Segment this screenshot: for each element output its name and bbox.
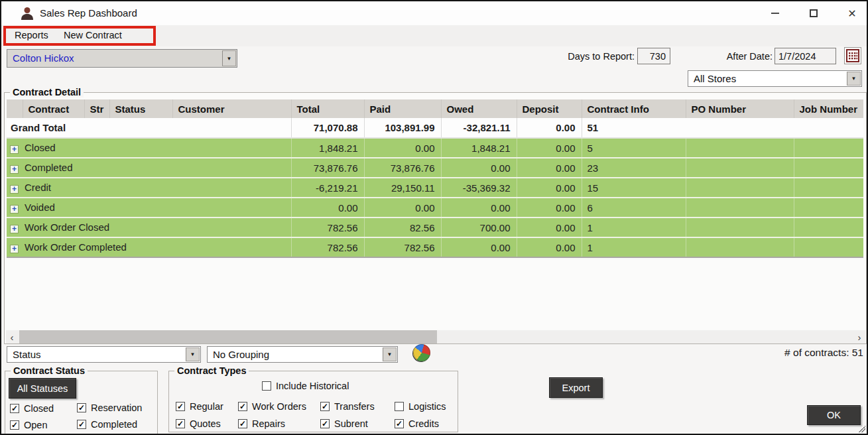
col-po-number[interactable]: PO Number <box>686 99 794 118</box>
status-group-cell[interactable]: Voided <box>7 198 291 218</box>
scroll-left-icon[interactable]: ‹ <box>6 330 18 343</box>
pie-chart-icon[interactable] <box>413 344 430 361</box>
checkbox-icon[interactable] <box>176 419 185 428</box>
chevron-down-icon[interactable]: ▼ <box>222 50 236 66</box>
checkbox-icon[interactable] <box>395 402 404 411</box>
grand-total-paid: 103,891.99 <box>364 118 441 138</box>
all-statuses-button[interactable]: All Statuses <box>9 378 76 399</box>
menu-bar: Reports New Contract <box>1 25 867 46</box>
chevron-down-icon[interactable]: ▼ <box>383 347 397 361</box>
col-job-number[interactable]: Job Number <box>794 99 863 118</box>
status-group-cell[interactable]: Work Order Completed <box>7 237 291 257</box>
col-contract[interactable]: Contract <box>23 99 84 118</box>
checkbox-icon[interactable] <box>238 419 247 428</box>
checkbox-include-historical[interactable]: Include Historical <box>262 381 349 391</box>
checkbox-credits[interactable]: Credits <box>395 418 439 429</box>
contracts-count: # of contracts: 51 <box>717 347 863 359</box>
chevron-down-icon[interactable]: ▼ <box>847 72 861 86</box>
checkbox-label: Regular <box>190 401 223 412</box>
cell-total: 782.56 <box>291 237 364 257</box>
expand-icon[interactable] <box>10 185 19 194</box>
checkbox-closed[interactable]: Closed <box>10 403 54 414</box>
checkbox-icon[interactable] <box>238 402 247 411</box>
maximize-button[interactable] <box>802 1 825 25</box>
checkbox-icon[interactable] <box>262 381 271 391</box>
col-str[interactable]: Str <box>84 99 109 118</box>
checkbox-icon[interactable] <box>10 404 19 413</box>
days-to-report-input[interactable] <box>637 48 670 64</box>
checkbox-reservation[interactable]: Reservation <box>77 403 142 413</box>
expand-icon[interactable] <box>10 245 19 253</box>
close-icon: ✕ <box>847 7 856 20</box>
col-deposit[interactable]: Deposit <box>517 99 582 118</box>
checkbox-icon[interactable] <box>10 420 19 430</box>
status-group-cell[interactable]: Closed <box>7 138 291 158</box>
calendar-icon <box>846 49 859 62</box>
checkbox-logistics[interactable]: Logistics <box>395 401 446 412</box>
resize-grip[interactable] <box>859 426 865 432</box>
col-customer[interactable]: Customer <box>172 99 291 118</box>
grand-total-row: Grand Total 71,070.88 103,891.99 -32,821… <box>7 118 863 138</box>
col-owed[interactable]: Owed <box>441 99 517 118</box>
checkbox-regular[interactable]: Regular <box>176 401 223 412</box>
checkbox-icon[interactable] <box>320 402 330 411</box>
checkbox-repairs[interactable]: Repairs <box>238 418 285 429</box>
cell-paid: 29,150.11 <box>364 178 441 198</box>
close-button[interactable]: ✕ <box>841 1 863 25</box>
checkbox-open[interactable]: Open <box>10 420 47 430</box>
contract-detail-group: Contract Detail Contract Str Status Cust… <box>4 92 867 344</box>
cell-owed: 0.00 <box>441 198 517 218</box>
checkbox-icon[interactable] <box>77 420 86 429</box>
checkbox-label: Quotes <box>190 418 221 429</box>
sales-rep-dashboard-window: Sales Rep Dashboard ✕ Reports New Contra… <box>0 0 868 435</box>
calendar-button[interactable] <box>844 47 861 64</box>
status-group-cell[interactable]: Work Order Closed <box>7 218 291 237</box>
expand-icon[interactable] <box>10 145 19 154</box>
chevron-down-icon[interactable]: ▼ <box>186 347 200 361</box>
ok-button[interactable]: OK <box>807 405 861 425</box>
status-group-cell[interactable]: Completed <box>7 158 291 178</box>
cell-contract-info: 6 <box>582 198 686 218</box>
checkbox-label: Reservation <box>91 403 142 413</box>
status-group-cell[interactable]: Credit <box>7 178 291 198</box>
minimize-button[interactable] <box>764 1 786 25</box>
scroll-right-icon[interactable]: › <box>853 330 865 343</box>
grand-total-owed: -32,821.11 <box>441 118 517 138</box>
status-group-label: Voided <box>25 202 55 213</box>
export-button[interactable]: Export <box>549 377 603 398</box>
store-filter-dropdown[interactable]: All Stores ▼ <box>688 70 862 87</box>
col-total[interactable]: Total <box>291 99 364 118</box>
col-paid[interactable]: Paid <box>364 99 441 118</box>
expand-icon[interactable] <box>10 205 19 214</box>
status-group-label: Closed <box>25 142 56 153</box>
checkbox-icon[interactable] <box>77 403 86 412</box>
menu-reports[interactable]: Reports <box>15 25 48 46</box>
primary-grouping-dropdown[interactable]: Status ▼ <box>7 346 201 363</box>
checkbox-completed[interactable]: Completed <box>77 419 137 430</box>
horizontal-scrollbar[interactable]: ‹ › <box>6 330 865 343</box>
sales-rep-value: Colton Hickox <box>7 50 237 67</box>
checkbox-icon[interactable] <box>395 419 404 428</box>
minimize-icon <box>771 13 779 14</box>
checkbox-subrent[interactable]: Subrent <box>320 418 368 429</box>
cell-owed: 0.00 <box>441 237 517 257</box>
grand-total-label: Grand Total <box>7 118 291 138</box>
menu-new-contract[interactable]: New Contract <box>64 25 122 46</box>
cell-owed: 1,848.21 <box>441 138 517 158</box>
checkbox-icon[interactable] <box>320 419 330 428</box>
checkbox-icon[interactable] <box>176 402 185 411</box>
expand-icon[interactable] <box>10 165 19 174</box>
expand-icon[interactable] <box>10 225 19 233</box>
checkbox-quotes[interactable]: Quotes <box>176 418 221 429</box>
cell-owed: -35,369.32 <box>441 178 517 198</box>
secondary-grouping-dropdown[interactable]: No Grouping ▼ <box>207 346 398 363</box>
title-bar: Sales Rep Dashboard ✕ <box>1 1 867 25</box>
checkbox-transfers[interactable]: Transfers <box>320 401 375 412</box>
cell-deposit: 0.00 <box>517 178 582 198</box>
col-contract-info[interactable]: Contract Info <box>582 99 686 118</box>
sales-rep-dropdown[interactable]: Colton Hickox ▼ <box>7 49 237 68</box>
col-status[interactable]: Status <box>109 99 172 118</box>
scrollbar-thumb[interactable] <box>19 330 437 343</box>
checkbox-work-orders[interactable]: Work Orders <box>238 401 306 412</box>
after-date-input[interactable] <box>775 48 836 64</box>
